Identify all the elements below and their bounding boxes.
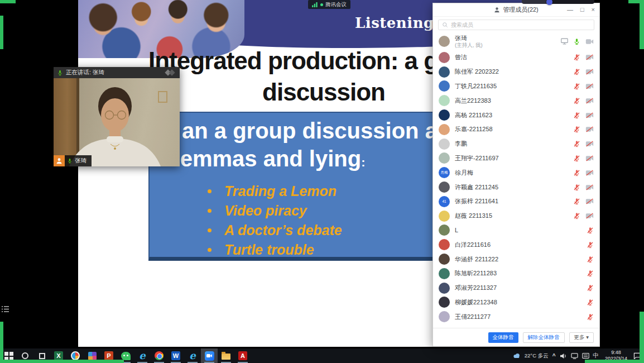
member-list: 张琦 (主持人, 我) 曾洁 [433, 31, 599, 328]
camera-muted-icon[interactable] [585, 170, 594, 176]
member-row[interactable]: 乐嘉-2211258 [433, 122, 599, 137]
ie-icon-2[interactable]: e [184, 348, 201, 363]
mic-muted-icon[interactable] [573, 184, 580, 191]
desktop-list-icon[interactable] [1, 305, 10, 313]
camera-muted-icon[interactable] [585, 69, 594, 75]
member-row[interactable]: 陈旭昕2211283 [433, 266, 599, 281]
member-row[interactable]: L [433, 223, 599, 238]
close-button[interactable]: × [592, 7, 595, 13]
camera-muted-icon[interactable] [585, 126, 594, 132]
member-avatar [439, 211, 450, 222]
panel-titlebar[interactable]: 管理成员(22) — □ × [433, 3, 599, 17]
camera-muted-icon[interactable] [585, 141, 594, 147]
maximize-button[interactable]: □ [580, 7, 584, 13]
mic-muted-icon[interactable] [587, 299, 594, 306]
recording-dot-icon [320, 3, 323, 6]
word-icon[interactable]: W [167, 348, 184, 363]
member-search-box[interactable] [438, 20, 594, 30]
unmute-all-button[interactable]: 解除全体静音 [523, 332, 565, 343]
member-avatar [439, 36, 450, 47]
acrobat-icon[interactable]: A [234, 348, 251, 363]
camera-muted-icon[interactable] [585, 54, 594, 60]
more-button[interactable]: 更多 ▾ [569, 332, 594, 343]
member-row[interactable]: 高杨 2211623 [433, 108, 599, 122]
search-input[interactable] [451, 22, 590, 28]
mic-muted-icon[interactable] [573, 126, 580, 133]
member-avatar: 41 [439, 196, 450, 207]
mic-muted-icon[interactable] [587, 284, 594, 292]
speaker-name: 张琦 [75, 157, 86, 165]
member-row[interactable]: 41 张振梓 2211641 [433, 194, 599, 209]
member-avatar [439, 66, 450, 78]
member-row[interactable]: 华涵舒 2211222 [433, 252, 599, 266]
slide-bullet-item: A doctor’s debate [206, 223, 342, 237]
crop-marker [0, 16, 3, 49]
member-row[interactable]: 丁轶凡2211635 [433, 79, 599, 94]
weather-cloud-icon[interactable] [513, 353, 521, 359]
member-name: 高兰2212383 [455, 97, 491, 105]
camera-muted-icon[interactable] [585, 213, 594, 219]
member-row[interactable]: 赵薇 2211315 [433, 209, 599, 223]
keyboard-icon[interactable] [582, 353, 589, 359]
file-explorer-icon[interactable] [218, 348, 234, 363]
member-avatar [439, 138, 450, 150]
mic-muted-icon[interactable] [573, 54, 580, 61]
mic-muted-icon[interactable] [587, 241, 594, 249]
member-row[interactable]: 王翔宇-2211697 [433, 151, 599, 166]
mic-muted-icon[interactable] [573, 212, 580, 219]
camera-muted-icon[interactable] [585, 198, 594, 204]
mic-muted-icon[interactable] [573, 112, 580, 119]
volume-slider[interactable] [522, 0, 594, 4]
member-row-host[interactable]: 张琦 (主持人, 我) [433, 32, 599, 50]
screen-share-icon[interactable] [561, 38, 568, 45]
camera-muted-icon[interactable] [585, 155, 594, 161]
mic-on-icon[interactable] [573, 38, 580, 45]
member-row[interactable]: 李鹏 [433, 137, 599, 151]
member-row[interactable]: 邓淑芳2211327 [433, 281, 599, 295]
speaker-video-window[interactable]: 正在讲话: 张琦 张琦 [54, 67, 180, 166]
member-row[interactable]: 曾洁 [433, 50, 599, 65]
hidden-icons-chevron[interactable]: ^ [552, 353, 556, 359]
mic-muted-icon[interactable] [573, 169, 580, 176]
minimize-button[interactable]: — [567, 7, 573, 13]
camera-muted-icon[interactable] [585, 184, 594, 190]
member-row[interactable]: 王倩2211277 [433, 309, 599, 324]
chrome-icon[interactable] [151, 348, 167, 363]
speaker-icon[interactable] [560, 353, 567, 359]
camera-muted-icon[interactable] [585, 98, 594, 104]
tray-time: 9:48 [611, 350, 621, 355]
mic-muted-icon[interactable] [573, 198, 580, 205]
mic-muted-icon[interactable] [573, 83, 580, 90]
meeting-status-badge[interactable]: 腾讯会议 [308, 0, 350, 9]
video-lighting-overlay [54, 78, 180, 166]
member-row[interactable]: 许颖鑫 2211245 [433, 180, 599, 194]
tencent-meeting-icon[interactable] [201, 348, 218, 363]
member-row[interactable]: 柳媛媛2212348 [433, 295, 599, 310]
mic-muted-icon[interactable] [587, 227, 594, 234]
video-titlebar[interactable]: 正在讲话: 张琦 [54, 67, 180, 78]
member-row[interactable]: 月梅 徐月梅 [433, 165, 599, 180]
members-icon [494, 7, 500, 13]
ie-icon[interactable]: e [134, 348, 151, 363]
mic-muted-icon[interactable] [573, 140, 580, 147]
camera-muted-icon[interactable] [585, 83, 594, 89]
member-role-badge [54, 155, 65, 166]
member-avatar [439, 182, 450, 193]
mic-muted-icon[interactable] [573, 155, 580, 162]
camera-off-icon[interactable] [585, 39, 594, 45]
mic-muted-icon[interactable] [573, 97, 580, 104]
member-row[interactable]: 白洋2211616 [433, 237, 599, 252]
member-row[interactable]: 高兰2212383 [433, 93, 599, 108]
mic-muted-icon[interactable] [573, 68, 580, 75]
camera-muted-icon[interactable] [585, 112, 594, 118]
mic-muted-icon[interactable] [587, 313, 594, 321]
ime-indicator[interactable]: 中 [593, 352, 599, 360]
member-row[interactable]: 陈佳军 2202322 [433, 65, 599, 79]
mic-muted-icon[interactable] [587, 270, 594, 277]
weather-text[interactable]: 22°C 多云 [525, 352, 549, 360]
meeting-logo-icon [164, 69, 176, 77]
mute-all-button[interactable]: 全体静音 [488, 332, 518, 343]
network-icon[interactable] [571, 353, 578, 359]
mic-muted-icon[interactable] [587, 256, 594, 263]
crop-marker [0, 360, 124, 363]
